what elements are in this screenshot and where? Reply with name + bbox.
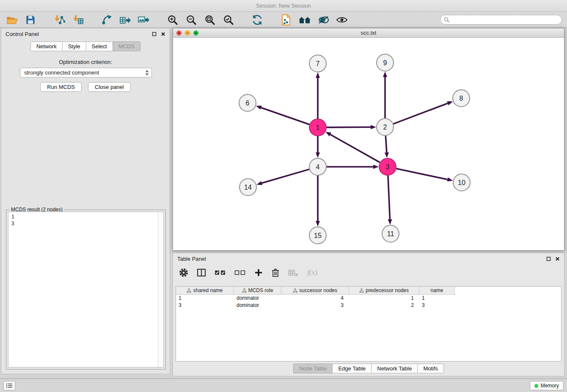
graph-node-6[interactable]: 6 [239,94,256,111]
deselect-all-icon [234,269,246,276]
column-tree-icon [293,288,297,293]
export-table-button[interactable] [118,13,132,27]
network-canvas[interactable]: 7968124314101511 [173,38,564,250]
graph-edge-2-9[interactable] [383,72,387,118]
tab-select[interactable]: Select [86,41,113,51]
graph-edge-3-1[interactable] [325,132,380,162]
search-input[interactable] [452,17,558,23]
deselect-all-button[interactable] [234,269,246,276]
table-cell[interactable]: 3 [176,302,234,309]
apply-layout-button[interactable] [250,13,264,27]
show-columns-button[interactable] [197,268,206,277]
graph-node-3[interactable]: 3 [379,158,396,175]
zoom-fit-button[interactable] [203,13,217,27]
tab-network-table[interactable]: Network Table [371,364,418,373]
float-table-panel-button[interactable] [546,257,551,261]
graph-edge-3-10[interactable] [396,168,453,182]
show-hide-button[interactable] [335,13,349,27]
save-session-button[interactable] [24,13,37,27]
table-cell[interactable]: 2 [349,302,419,309]
float-icon [546,257,551,261]
control-panel-title: Control Panel [6,31,39,37]
optimization-select[interactable]: strongly connected component [20,68,152,77]
optimization-criterion-label: Optimization criterion: [1,59,170,65]
column-header-successor-nodes[interactable]: successor nodes [281,287,349,295]
network-file-button[interactable] [279,13,293,27]
close-panel-button[interactable] [161,32,165,36]
add-column-button[interactable] [254,268,263,277]
column-header-MCDS-role[interactable]: MCDS role [234,287,281,295]
close-icon [555,257,560,261]
graph-edge-4-14[interactable] [256,169,309,185]
table-cell[interactable]: dominator [234,295,281,302]
search-box[interactable] [440,15,562,25]
table-row[interactable]: 3dominator323 [176,302,561,309]
export-network-button[interactable] [100,13,113,27]
table-cell[interactable]: 3 [281,302,349,309]
tab-motifs[interactable]: Motifs [417,364,444,373]
column-tree-icon [187,288,191,293]
tab-edge-table[interactable]: Edge Table [332,364,372,373]
annotation-button[interactable] [317,13,330,27]
task-history-button[interactable] [3,381,15,390]
graph-edge-1-7[interactable] [316,72,320,119]
tab-mcds[interactable]: MCDS [113,41,140,51]
import-table-button[interactable] [71,13,85,27]
maximize-window-button[interactable] [193,30,198,36]
close-panel-button2[interactable]: Close panel [88,82,131,92]
graph-edge-2-3[interactable] [385,136,389,158]
memory-button[interactable]: Memory [530,381,564,390]
table-cell[interactable]: 1 [176,295,234,302]
mcds-result-list[interactable]: 13 [8,212,164,367]
zoom-in-button[interactable] [166,13,179,27]
close-window-button[interactable] [176,30,182,36]
close-icon [161,32,165,36]
graph-node-9[interactable]: 9 [377,54,394,71]
float-panel-button[interactable] [152,32,157,36]
delete-column-button[interactable] [271,268,280,277]
column-header-shared-name[interactable]: shared name [176,287,234,295]
zoom-out-button[interactable] [184,13,198,27]
table-cell[interactable]: dominator [234,302,281,309]
graph-node-label: 15 [314,232,322,239]
graph-node-8[interactable]: 8 [453,90,470,107]
table-cell[interactable]: 1 [419,295,455,302]
graph-edge-1-4[interactable] [316,136,320,158]
network-graph[interactable]: 7968124314101511 [173,38,564,250]
column-header-name[interactable]: name [419,287,455,295]
table-cell[interactable]: 3 [419,302,455,309]
export-image-button[interactable] [137,13,151,27]
minimize-window-button[interactable] [185,30,190,36]
save-icon [25,15,36,25]
graph-node-2[interactable]: 2 [377,119,394,135]
table-cell[interactable]: 1 [349,295,419,302]
table-settings-button[interactable] [179,268,188,277]
tab-style[interactable]: Style [62,41,86,51]
tab-network[interactable]: Network [30,41,63,51]
graph-edge-1-2[interactable] [327,125,376,129]
select-all-button[interactable] [215,269,226,276]
table-cell[interactable]: 4 [281,295,349,302]
table-row[interactable]: 1dominator411 [176,295,561,302]
graph-node-7[interactable]: 7 [309,55,326,72]
graph-edge-1-6[interactable] [256,105,309,124]
graph-edge-3-11[interactable] [388,176,392,225]
graph-edge-4-3[interactable] [327,165,379,169]
import-network-button[interactable] [52,13,66,27]
open-session-button[interactable] [5,13,19,27]
graph-node-10[interactable]: 10 [453,174,470,191]
graph-node-11[interactable]: 11 [382,225,399,242]
column-header-predecessor-nodes[interactable]: predecessor nodes [349,287,419,295]
graph-node-15[interactable]: 15 [309,227,326,244]
graph-node-4[interactable]: 4 [309,158,326,175]
tab-node-table[interactable]: Node Table [293,364,333,373]
graph-node-14[interactable]: 14 [239,179,256,196]
result-scrollbar[interactable] [158,212,163,367]
close-table-panel-button[interactable] [555,257,560,261]
graph-edge-4-15[interactable] [316,176,320,226]
run-mcds-button[interactable]: Run MCDS [40,82,82,92]
zoom-selected-button[interactable] [222,13,235,27]
home-networks-button[interactable] [298,13,311,27]
graph-node-1[interactable]: 1 [309,119,326,136]
graph-edge-2-8[interactable] [394,101,453,124]
